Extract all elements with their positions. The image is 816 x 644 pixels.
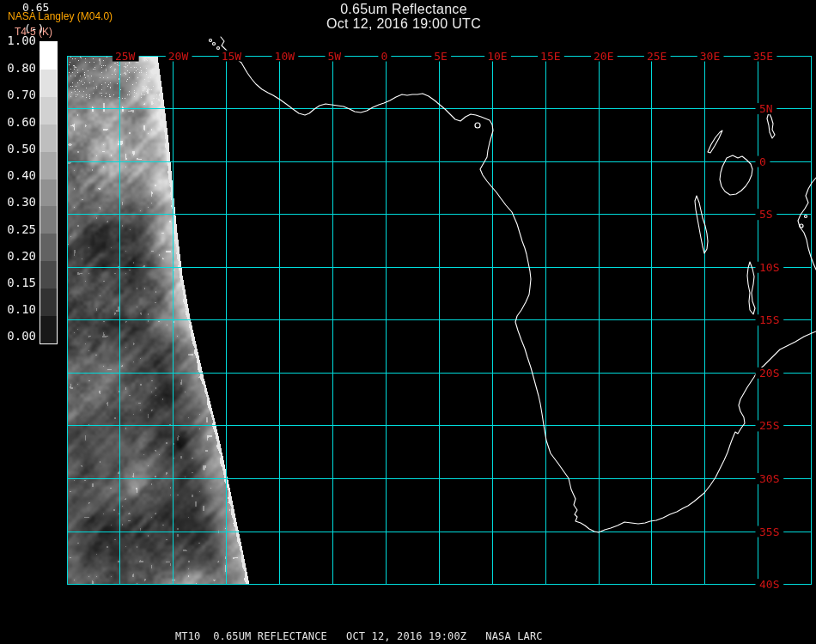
graticule-label: 10S	[759, 261, 779, 274]
colorbar-segment	[40, 97, 57, 125]
graticule-label: 5N	[759, 102, 773, 115]
graticule-label: 30S	[759, 472, 779, 485]
colorbar-segment	[40, 206, 57, 234]
graticule-label: 5S	[759, 208, 773, 221]
colorbar-tick-label: 0.30	[0, 196, 36, 208]
colorbar-tick-label: 0.15	[0, 276, 36, 289]
colorbar-tick-label: 1.00	[0, 34, 36, 46]
graticule-label: 25E	[647, 50, 667, 63]
colorbar-segment	[40, 152, 57, 179]
island-outline	[210, 39, 212, 42]
colorbar-tick-label: 0.25	[0, 223, 36, 235]
graticule-label: 10W	[275, 50, 295, 63]
colorbar-tick-label: 0.00	[0, 330, 36, 342]
colorbar-tick-label: 0.70	[0, 88, 36, 100]
africa-coastline	[221, 37, 816, 532]
title-block: 0.65um Reflectance Oct 12, 2016 19:00 UT…	[129, 2, 679, 31]
colorbar-segment	[40, 316, 57, 343]
nasa-credit-text: NASA Langley (M04.0)	[8, 10, 113, 22]
colorbar-segment	[40, 70, 57, 97]
colorbar-tick-label: 0.80	[0, 62, 36, 74]
colorbar-segment	[40, 179, 57, 207]
lake-malawi-outline	[747, 262, 755, 314]
island-outline	[217, 47, 220, 50]
east-africa-coastline	[798, 178, 816, 270]
graticule-label: 15S	[759, 313, 779, 326]
graticule-label: 15W	[222, 50, 242, 63]
colorbar-tick-label: 0.40	[0, 169, 36, 181]
lake-tanganyika-outline	[695, 196, 708, 253]
graticule-label: 35E	[753, 50, 773, 63]
colorbar-gradient	[40, 41, 58, 344]
graticule-label: 10E	[487, 50, 507, 63]
graticule-label: 40S	[759, 578, 779, 591]
graticule-label: 20S	[759, 367, 779, 380]
graticule-label: 0	[759, 155, 766, 168]
colorbar-tick-label: 0.50	[0, 143, 36, 155]
island-outline	[475, 123, 480, 128]
graticule-label: 5W	[328, 50, 342, 63]
map-graticule-overlay: 25W20W15W10W5W05E10E15E20E25E30E35E5N05S…	[0, 0, 816, 644]
island-outline	[805, 216, 807, 218]
island-outline	[213, 43, 216, 46]
graticule-label: 15E	[540, 50, 560, 63]
colorbar-segment	[40, 125, 57, 152]
graticule-label: 0	[381, 50, 387, 63]
graticule-label: 5E	[434, 50, 448, 63]
graticule-label: 25S	[759, 419, 779, 432]
page-subtitle-timestamp: Oct 12, 2016 19:00 UTC	[129, 16, 679, 31]
colorbar-segment	[40, 289, 57, 316]
lake-turkana-outline	[767, 112, 775, 138]
page-title: 0.65um Reflectance	[129, 2, 679, 16]
graticule-label: 30E	[700, 50, 720, 63]
colorbar-segment	[40, 261, 57, 289]
footer-caption: MT10 0.65UM REFLECTANCE OCT 12, 2016 19:…	[175, 630, 543, 642]
graticule-label: 20E	[594, 50, 613, 63]
colorbar-tick-label: 0.20	[0, 250, 36, 262]
satellite-viewer-screen: { "window": {"width": 950, "height": 750…	[0, 0, 816, 644]
colorbar-segment	[40, 42, 57, 70]
graticule-label: 35S	[759, 526, 779, 538]
colorbar-segment	[40, 234, 57, 261]
colorbar-tick-label: 0.60	[0, 116, 36, 128]
island-outline	[800, 224, 803, 228]
lake-albert-outline	[708, 131, 722, 153]
colorbar-tick-label: 0.10	[0, 303, 36, 315]
